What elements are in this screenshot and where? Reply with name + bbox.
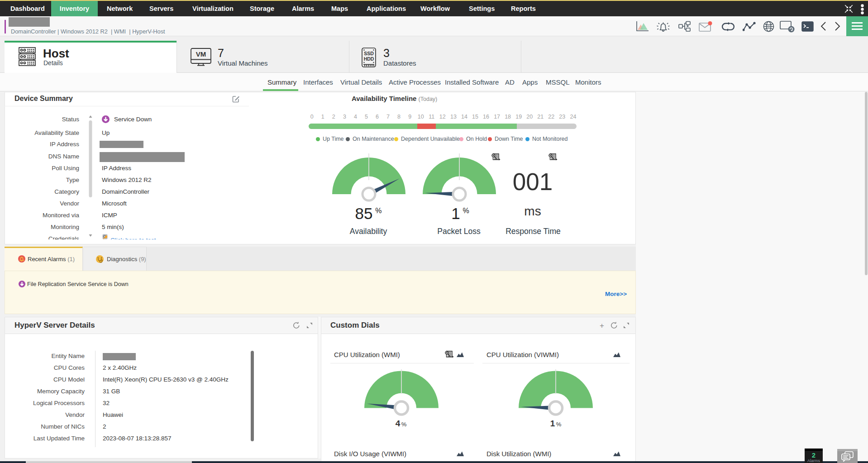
svg-text:VM: VM [196, 50, 206, 58]
svg-text:SSD: SSD [364, 51, 374, 56]
svg-text:HDD: HDD [364, 56, 374, 62]
